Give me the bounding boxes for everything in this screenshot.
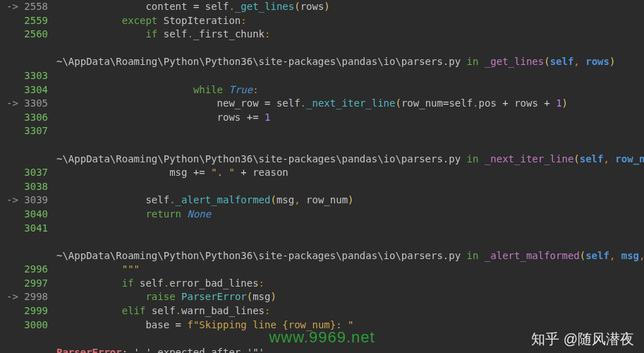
frame-header: ~\AppData\Roaming\Python\Python36\site-p… [0, 249, 644, 263]
code-line: 3307 [0, 124, 644, 138]
frame-header: ~\AppData\Roaming\Python\Python36\site-p… [0, 152, 644, 167]
code-line: 3304 while True: [0, 83, 644, 97]
code-line: 2996 """ [0, 263, 644, 277]
code-line: 2999 elif self.warn_bad_lines: [0, 304, 644, 318]
code-line: -> 3039 self._alert_malformed(msg, row_n… [0, 193, 644, 208]
code-line: 3037 msg += ". " + reason [0, 166, 644, 180]
code-line: 3040 return None [0, 208, 644, 222]
watermark-right: 知乎 @随风潜夜 [531, 329, 634, 349]
code-line: -> 2558 content = self._get_lines(rows) [0, 0, 644, 14]
code-line: 2560 if self._first_chunk: [0, 28, 644, 42]
code-line: 3303 [0, 69, 644, 83]
code-line: 2559 except StopIteration: [0, 14, 644, 28]
traceback: -> 2558 content = self._get_lines(rows)2… [0, 0, 644, 353]
code-line: -> 3305 new_row = self._next_iter_line(r… [0, 97, 644, 111]
code-line: -> 2998 raise ParserError(msg) [0, 290, 644, 304]
code-line: 3038 [0, 180, 644, 194]
code-line: 2997 if self.error_bad_lines: [0, 277, 644, 291]
code-line: 3041 [0, 222, 644, 236]
frame-header: ~\AppData\Roaming\Python\Python36\site-p… [0, 55, 644, 69]
watermark-center: www.9969.net [269, 327, 375, 349]
code-line: 3306 rows += 1 [0, 111, 644, 125]
